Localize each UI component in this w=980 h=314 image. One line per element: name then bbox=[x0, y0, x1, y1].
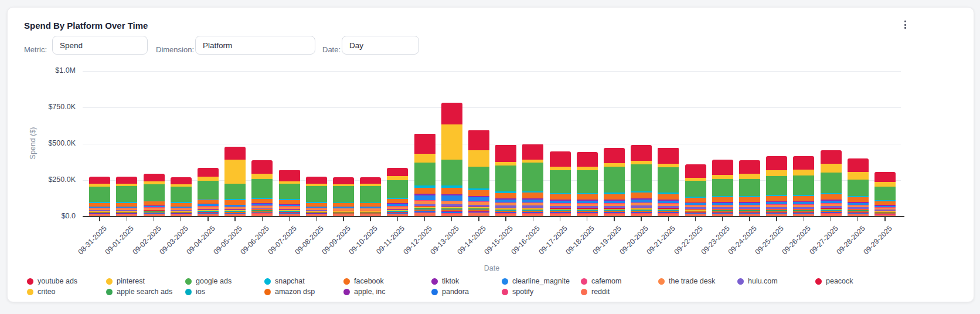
legend-item-apple-inc[interactable]: apple, inc bbox=[343, 287, 386, 296]
bar-segment[interactable] bbox=[631, 164, 652, 191]
bar-segment[interactable] bbox=[441, 160, 462, 186]
bar-segment[interactable] bbox=[739, 174, 760, 178]
stacked-bar[interactable] bbox=[848, 158, 869, 217]
stacked-bar[interactable] bbox=[144, 174, 165, 216]
bar-segment[interactable] bbox=[550, 151, 571, 166]
bar-segment[interactable] bbox=[739, 179, 760, 196]
bar-segment[interactable] bbox=[224, 184, 246, 199]
stacked-bar[interactable] bbox=[198, 168, 219, 217]
bar-segment[interactable] bbox=[468, 150, 489, 167]
bar-segment[interactable] bbox=[224, 147, 246, 160]
bar-segment[interactable] bbox=[766, 156, 787, 170]
bar-segment[interactable] bbox=[251, 174, 273, 179]
bar-segment[interactable] bbox=[360, 177, 381, 184]
bar-segment[interactable] bbox=[712, 179, 733, 196]
bar-segment[interactable] bbox=[712, 160, 733, 174]
legend-item-facebook[interactable]: facebook bbox=[343, 276, 384, 286]
bar-segment[interactable] bbox=[522, 193, 543, 198]
bar-segment[interactable] bbox=[198, 200, 219, 204]
bar-segment[interactable] bbox=[658, 194, 679, 200]
bar-segment[interactable] bbox=[414, 134, 435, 154]
legend-item-youtube-ads[interactable]: youtube ads bbox=[27, 276, 77, 286]
bar-segment[interactable] bbox=[685, 164, 706, 178]
bar-segment[interactable] bbox=[333, 177, 354, 184]
bar-segment[interactable] bbox=[251, 199, 273, 203]
bar-segment[interactable] bbox=[604, 167, 625, 193]
bar-segment[interactable] bbox=[821, 194, 842, 200]
bar-segment[interactable] bbox=[766, 196, 787, 201]
bar-segment[interactable] bbox=[848, 158, 869, 172]
legend-item-the-trade-desk[interactable]: the trade desk bbox=[658, 276, 715, 286]
bar-segment[interactable] bbox=[387, 176, 408, 180]
stacked-bar[interactable] bbox=[414, 133, 435, 216]
bar-segment[interactable] bbox=[550, 170, 571, 193]
bar-segment[interactable] bbox=[522, 144, 543, 160]
legend-item-ios[interactable]: ios bbox=[185, 287, 205, 296]
bar-segment[interactable] bbox=[198, 181, 219, 199]
bar-segment[interactable] bbox=[144, 174, 165, 181]
bar-segment[interactable] bbox=[685, 198, 706, 202]
bar-segment[interactable] bbox=[495, 145, 516, 162]
bar-segment[interactable] bbox=[468, 130, 489, 151]
stacked-bar[interactable] bbox=[631, 145, 652, 216]
bar-segment[interactable] bbox=[739, 197, 760, 202]
bar-segment[interactable] bbox=[874, 182, 896, 187]
legend-item-hulu-com[interactable]: hulu.com bbox=[737, 276, 778, 286]
stacked-bar[interactable] bbox=[495, 144, 516, 216]
legend-item-google-ads[interactable]: google ads bbox=[185, 276, 232, 286]
bar-segment[interactable] bbox=[414, 163, 435, 185]
stacked-bar[interactable] bbox=[116, 177, 137, 216]
bar-segment[interactable] bbox=[387, 168, 408, 176]
bar-segment[interactable] bbox=[712, 175, 733, 179]
stacked-bar[interactable] bbox=[360, 177, 381, 217]
bar-segment[interactable] bbox=[550, 194, 571, 200]
kebab-menu-icon[interactable] bbox=[899, 17, 911, 32]
bar-segment[interactable] bbox=[793, 196, 814, 201]
stacked-bar[interactable] bbox=[685, 164, 706, 217]
bar-segment[interactable] bbox=[604, 148, 625, 163]
bar-segment[interactable] bbox=[522, 163, 543, 191]
legend-item-cafemom[interactable]: cafemom bbox=[581, 276, 621, 286]
bar-segment[interactable] bbox=[224, 160, 246, 184]
bar-segment[interactable] bbox=[279, 170, 300, 181]
stacked-bar[interactable] bbox=[793, 156, 814, 217]
stacked-bar[interactable] bbox=[171, 177, 192, 217]
date-select[interactable]: Day bbox=[342, 36, 419, 55]
stacked-bar[interactable] bbox=[224, 147, 246, 216]
stacked-bar[interactable] bbox=[604, 148, 625, 216]
bar-segment[interactable] bbox=[874, 172, 896, 182]
bar-segment[interactable] bbox=[171, 187, 192, 202]
bar-segment[interactable] bbox=[89, 177, 110, 183]
bar-segment[interactable] bbox=[116, 177, 137, 183]
bar-segment[interactable] bbox=[495, 166, 516, 192]
bar-segment[interactable] bbox=[468, 197, 489, 201]
stacked-bar[interactable] bbox=[712, 160, 733, 216]
bar-segment[interactable] bbox=[495, 193, 516, 198]
stacked-bar[interactable] bbox=[577, 152, 598, 217]
bar-segment[interactable] bbox=[279, 200, 300, 204]
bar-segment[interactable] bbox=[604, 194, 625, 200]
stacked-bar[interactable] bbox=[874, 172, 896, 217]
bar-segment[interactable] bbox=[848, 172, 869, 180]
stacked-bar[interactable] bbox=[279, 170, 300, 216]
bar-segment[interactable] bbox=[198, 168, 219, 177]
bar-segment[interactable] bbox=[658, 148, 679, 164]
bar-segment[interactable] bbox=[333, 186, 354, 202]
dimension-select[interactable]: Platform bbox=[195, 36, 315, 55]
bar-segment[interactable] bbox=[441, 103, 462, 124]
bar-segment[interactable] bbox=[171, 177, 192, 184]
bar-segment[interactable] bbox=[848, 197, 869, 202]
metric-select[interactable]: Spend bbox=[52, 36, 148, 55]
bar-segment[interactable] bbox=[631, 145, 652, 161]
stacked-bar[interactable] bbox=[522, 144, 543, 216]
bar-segment[interactable] bbox=[874, 187, 896, 200]
legend-item-pandora[interactable]: pandora bbox=[431, 287, 469, 296]
legend-item-spotify[interactable]: spotify bbox=[502, 287, 533, 296]
bar-segment[interactable] bbox=[89, 187, 110, 202]
bar-segment[interactable] bbox=[441, 188, 462, 194]
bar-segment[interactable] bbox=[793, 170, 814, 175]
legend-item-snapchat[interactable]: snapchat bbox=[264, 276, 305, 286]
bar-segment[interactable] bbox=[821, 173, 842, 193]
bar-segment[interactable] bbox=[441, 195, 462, 200]
stacked-bar[interactable] bbox=[550, 151, 571, 216]
